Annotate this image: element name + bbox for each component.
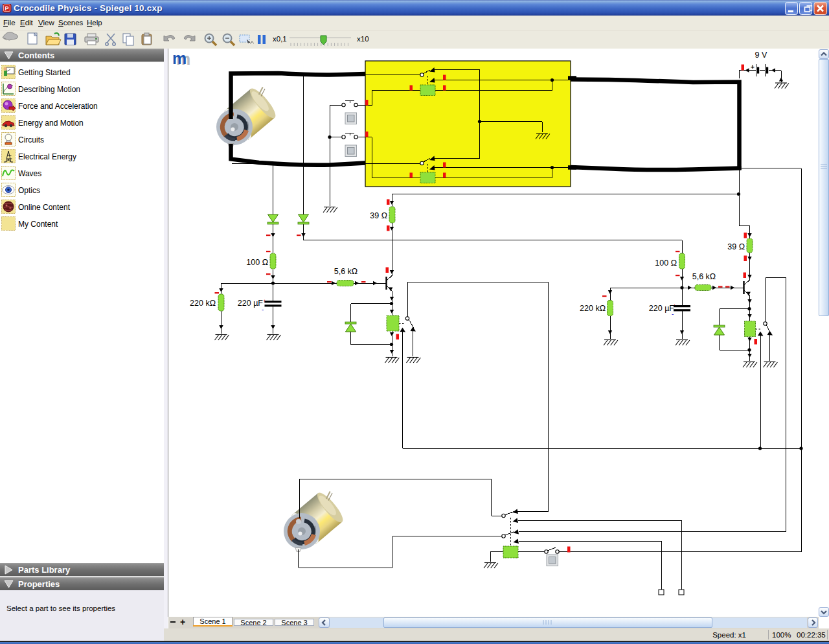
svg-text:39 Ω: 39 Ω — [370, 211, 387, 220]
svg-text:x0,1: x0,1 — [273, 35, 287, 43]
svg-text:220 µF: 220 µF — [649, 304, 675, 313]
svg-text:100 Ω: 100 Ω — [246, 258, 268, 267]
svg-text:x10: x10 — [357, 35, 369, 43]
svg-text:P: P — [5, 5, 8, 12]
svg-text:220 kΩ: 220 kΩ — [190, 299, 216, 308]
svg-text:39 Ω: 39 Ω — [727, 242, 745, 251]
svg-text:m: m — [172, 49, 187, 67]
svg-text:100 Ω: 100 Ω — [655, 259, 677, 268]
svg-text:220 µF: 220 µF — [238, 299, 264, 308]
svg-text:5,6 kΩ: 5,6 kΩ — [692, 272, 716, 281]
svg-text:+: + — [751, 63, 755, 71]
svg-text:9 V: 9 V — [755, 51, 767, 60]
svg-text:220 kΩ: 220 kΩ — [580, 304, 606, 313]
svg-text:5,6 kΩ: 5,6 kΩ — [334, 267, 358, 276]
